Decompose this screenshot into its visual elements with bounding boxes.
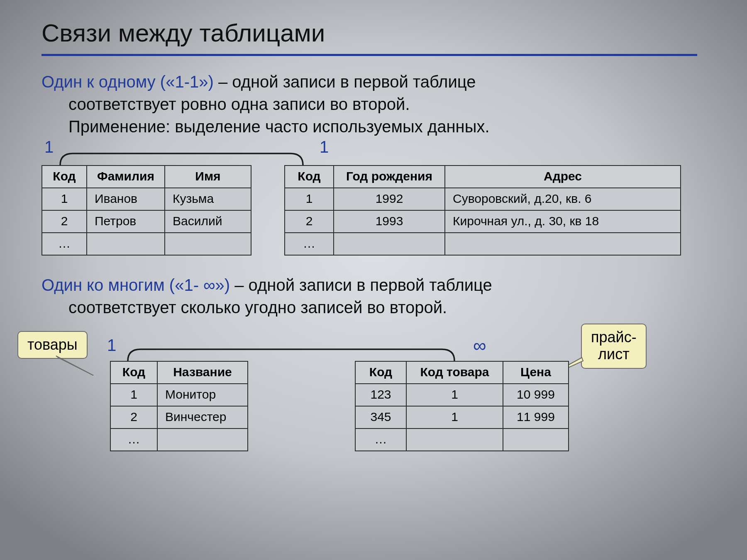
section1-line3: Применение: выделение часто используемых… [42, 117, 490, 136]
section2-table-a: Код Название 1 Монитор 2 Винчестер … [110, 361, 248, 451]
table-row: 1 Монитор [110, 384, 248, 406]
col-price: Цена [503, 361, 569, 384]
section1-table-b: Код Год рождения Адрес 1 1992 Суворовски… [284, 165, 681, 256]
section2-cardinality-left: 1 [107, 336, 116, 355]
section1-cardinality-left: 1 [44, 138, 54, 156]
section1-line2: соответствует ровно одна записи во второ… [42, 95, 410, 113]
section1-accent: Один к одному («1-1») [42, 73, 214, 91]
title-rule [42, 54, 697, 56]
section1-cardinality-right: 1 [320, 138, 329, 156]
table-row: … [110, 429, 248, 451]
table-row: 123 1 10 999 [355, 384, 569, 406]
table-header-row: Код Код товара Цена [355, 361, 569, 384]
section2-table-b: Код Код товара Цена 123 1 10 999 345 1 1… [355, 361, 569, 451]
callout-pricelist: прайс- лист [581, 324, 647, 369]
table-header-row: Код Название [110, 361, 248, 384]
table-row: 1 Иванов Кузьма [42, 188, 251, 210]
table-header-row: Код Фамилия Имя [42, 166, 251, 188]
section2-line2: соответствует сколько угодно записей во … [42, 298, 447, 317]
callout-goods: товары [17, 331, 88, 359]
col-code: Код [42, 166, 87, 188]
table-row: … [355, 429, 569, 451]
section2-cardinality-right: ∞ [473, 335, 486, 356]
col-product-code: Код товара [406, 361, 503, 384]
slide: Связи между таблицами Один к одному («1-… [0, 0, 747, 560]
table-row: 2 Винчестер [110, 406, 248, 429]
col-name: Имя [165, 166, 251, 188]
table-row: … [285, 233, 681, 255]
table-row: 1 1992 Суворовский, д.20, кв. 6 [285, 188, 681, 210]
col-code: Код [285, 166, 334, 188]
col-address: Адрес [445, 166, 681, 188]
page-title: Связи между таблицами [42, 19, 325, 47]
table-row: … [42, 233, 251, 255]
section1-rest: – одной записи в первой таблице [214, 73, 476, 91]
col-surname: Фамилия [87, 166, 165, 188]
col-title: Название [157, 361, 248, 384]
col-code: Код [355, 361, 406, 384]
col-year: Год рождения [334, 166, 445, 188]
section1-text: Один к одному («1-1») – одной записи в п… [42, 71, 706, 138]
table-header-row: Код Год рождения Адрес [285, 166, 681, 188]
section2-text: Один ко многим («1- ∞») – одной записи в… [42, 274, 706, 319]
section2-accent: Один ко многим («1- ∞») [42, 276, 230, 294]
svg-marker-0 [56, 356, 93, 375]
table-row: 2 Петров Василий [42, 210, 251, 233]
col-code: Код [110, 361, 157, 384]
table-row: 345 1 11 999 [355, 406, 569, 429]
table-row: 2 1993 Кирочная ул., д. 30, кв 18 [285, 210, 681, 233]
section2-rest: – одной записи в первой таблице [230, 276, 492, 294]
section1-table-a: Код Фамилия Имя 1 Иванов Кузьма 2 Петров… [42, 165, 251, 256]
